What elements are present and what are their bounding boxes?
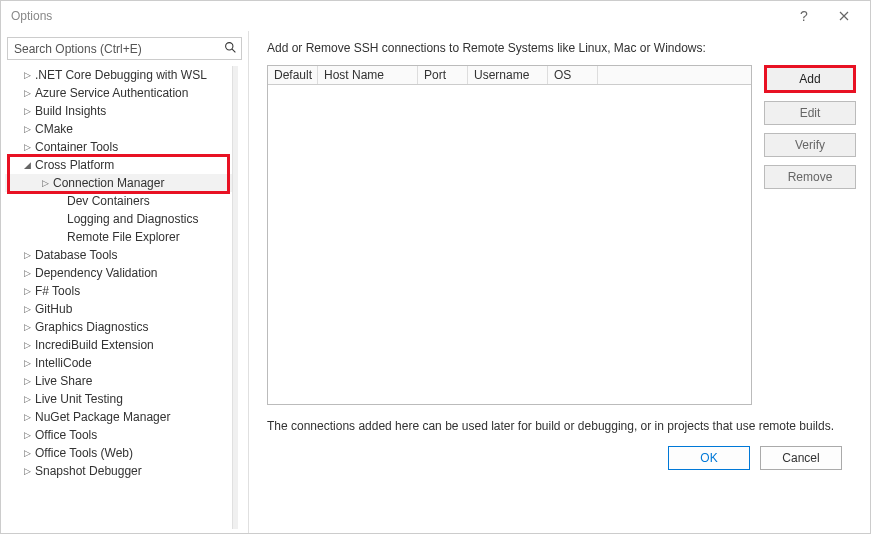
tree-item-label: GitHub bbox=[33, 300, 72, 318]
tree-item-label: Database Tools bbox=[33, 246, 118, 264]
chevron-right-icon: ▷ bbox=[21, 138, 33, 156]
verify-button[interactable]: Verify bbox=[764, 133, 856, 157]
tree-item-label: NuGet Package Manager bbox=[33, 408, 170, 426]
tree-item-label: Snapshot Debugger bbox=[33, 462, 142, 480]
tree-item-label: IntelliCode bbox=[33, 354, 92, 372]
close-button[interactable] bbox=[824, 1, 864, 31]
tree-item[interactable]: ◢Cross Platform bbox=[5, 156, 238, 174]
tree-item[interactable]: ▷GitHub bbox=[5, 300, 238, 318]
chevron-right-icon: ▷ bbox=[21, 462, 33, 480]
chevron-right-icon: ▷ bbox=[21, 120, 33, 138]
col-os[interactable]: OS bbox=[548, 66, 598, 84]
titlebar: Options ? bbox=[1, 1, 870, 31]
right-pane: Add or Remove SSH connections to Remote … bbox=[249, 31, 870, 533]
tree-item-label: Dev Containers bbox=[65, 192, 150, 210]
tree-item[interactable]: ▷Office Tools (Web) bbox=[5, 444, 238, 462]
left-pane: ▷.NET Core Debugging with WSL▷Azure Serv… bbox=[1, 31, 249, 533]
grid-wrap: Default Host Name Port Username OS bbox=[267, 65, 752, 405]
tree-item[interactable]: ▷Snapshot Debugger bbox=[5, 462, 238, 480]
chevron-right-icon: ▷ bbox=[21, 282, 33, 300]
tree-item-label: Azure Service Authentication bbox=[33, 84, 188, 102]
tree-item-label: Office Tools bbox=[33, 426, 97, 444]
chevron-right-icon: ▷ bbox=[21, 426, 33, 444]
options-dialog: Options ? ▷.NET Core Debugging with WSL▷… bbox=[0, 0, 871, 534]
tree-item[interactable]: Remote File Explorer bbox=[5, 228, 238, 246]
tree-item-label: Graphics Diagnostics bbox=[33, 318, 148, 336]
ok-button[interactable]: OK bbox=[668, 446, 750, 470]
tree-item[interactable]: ▷Azure Service Authentication bbox=[5, 84, 238, 102]
chevron-right-icon: ▷ bbox=[21, 336, 33, 354]
description-top: Add or Remove SSH connections to Remote … bbox=[267, 41, 856, 55]
tree-item[interactable]: ▷Connection Manager bbox=[5, 174, 238, 192]
window-title: Options bbox=[7, 9, 784, 23]
tree-item[interactable]: ▷Live Unit Testing bbox=[5, 390, 238, 408]
tree-item[interactable]: ▷Office Tools bbox=[5, 426, 238, 444]
col-port[interactable]: Port bbox=[418, 66, 468, 84]
tree-item[interactable]: ▷Build Insights bbox=[5, 102, 238, 120]
chevron-right-icon: ▷ bbox=[21, 84, 33, 102]
tree-item[interactable]: ▷Live Share bbox=[5, 372, 238, 390]
edit-button[interactable]: Edit bbox=[764, 101, 856, 125]
chevron-down-icon: ◢ bbox=[21, 156, 33, 174]
dialog-footer: OK Cancel bbox=[267, 433, 856, 483]
tree-item[interactable]: Dev Containers bbox=[5, 192, 238, 210]
connections-grid[interactable]: Default Host Name Port Username OS bbox=[267, 65, 752, 405]
col-default[interactable]: Default bbox=[268, 66, 318, 84]
cancel-button[interactable]: Cancel bbox=[760, 446, 842, 470]
tree-item-label: CMake bbox=[33, 120, 73, 138]
tree-item-label: Container Tools bbox=[33, 138, 118, 156]
chevron-right-icon: ▷ bbox=[21, 264, 33, 282]
chevron-right-icon: ▷ bbox=[21, 354, 33, 372]
tree-item-label: Cross Platform bbox=[33, 156, 114, 174]
chevron-right-icon: ▷ bbox=[39, 174, 51, 192]
chevron-right-icon: ▷ bbox=[21, 372, 33, 390]
chevron-right-icon: ▷ bbox=[21, 318, 33, 336]
chevron-right-icon: ▷ bbox=[21, 102, 33, 120]
tree-item[interactable]: ▷.NET Core Debugging with WSL bbox=[5, 66, 238, 84]
tree-item-label: Logging and Diagnostics bbox=[65, 210, 198, 228]
tree-item[interactable]: ▷Container Tools bbox=[5, 138, 238, 156]
col-spacer bbox=[598, 66, 751, 84]
tree-item-label: IncrediBuild Extension bbox=[33, 336, 154, 354]
tree-item[interactable]: Logging and Diagnostics bbox=[5, 210, 238, 228]
tree-item-label: Live Unit Testing bbox=[33, 390, 123, 408]
tree-scroll[interactable]: ▷.NET Core Debugging with WSL▷Azure Serv… bbox=[5, 66, 244, 529]
tree-item-label: Connection Manager bbox=[51, 174, 164, 192]
tree-item-label: Office Tools (Web) bbox=[33, 444, 133, 462]
mid-row: Default Host Name Port Username OS Add E… bbox=[267, 65, 856, 405]
add-button[interactable]: Add bbox=[764, 65, 856, 93]
remove-button[interactable]: Remove bbox=[764, 165, 856, 189]
tree-item-label: F# Tools bbox=[33, 282, 80, 300]
col-username[interactable]: Username bbox=[468, 66, 548, 84]
chevron-right-icon: ▷ bbox=[21, 390, 33, 408]
grid-header: Default Host Name Port Username OS bbox=[268, 66, 751, 85]
chevron-right-icon: ▷ bbox=[21, 408, 33, 426]
content-area: ▷.NET Core Debugging with WSL▷Azure Serv… bbox=[1, 31, 870, 533]
tree-item[interactable]: ▷IntelliCode bbox=[5, 354, 238, 372]
chevron-right-icon: ▷ bbox=[21, 246, 33, 264]
tree-item[interactable]: ▷NuGet Package Manager bbox=[5, 408, 238, 426]
tree-item-label: Build Insights bbox=[33, 102, 106, 120]
chevron-right-icon: ▷ bbox=[21, 444, 33, 462]
help-button[interactable]: ? bbox=[784, 1, 824, 31]
tree-item[interactable]: ▷Graphics Diagnostics bbox=[5, 318, 238, 336]
tree-item[interactable]: ▷Database Tools bbox=[5, 246, 238, 264]
chevron-right-icon: ▷ bbox=[21, 300, 33, 318]
col-hostname[interactable]: Host Name bbox=[318, 66, 418, 84]
options-tree: ▷.NET Core Debugging with WSL▷Azure Serv… bbox=[5, 66, 238, 480]
search-input[interactable] bbox=[7, 37, 242, 60]
description-bottom: The connections added here can be used l… bbox=[267, 419, 856, 433]
search-wrap bbox=[7, 37, 242, 60]
tree-item-label: .NET Core Debugging with WSL bbox=[33, 66, 207, 84]
close-icon bbox=[839, 11, 849, 21]
tree-item[interactable]: ▷Dependency Validation bbox=[5, 264, 238, 282]
tree-item[interactable]: ▷F# Tools bbox=[5, 282, 238, 300]
chevron-right-icon: ▷ bbox=[21, 66, 33, 84]
tree-item-label: Live Share bbox=[33, 372, 92, 390]
tree-item[interactable]: ▷CMake bbox=[5, 120, 238, 138]
tree-item-label: Dependency Validation bbox=[33, 264, 158, 282]
tree-item-label: Remote File Explorer bbox=[65, 228, 180, 246]
tree-item[interactable]: ▷IncrediBuild Extension bbox=[5, 336, 238, 354]
button-column: Add Edit Verify Remove bbox=[764, 65, 856, 405]
